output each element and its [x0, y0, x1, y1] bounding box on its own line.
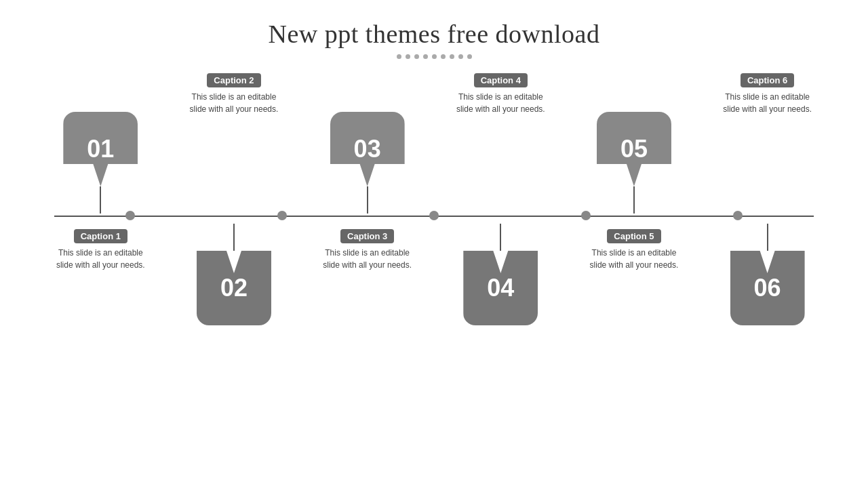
timeline-item-5: 05 — [576, 112, 692, 214]
dot-4 — [423, 54, 428, 59]
connector-4 — [500, 224, 501, 251]
dot-5 — [432, 54, 437, 59]
dot-2 — [406, 54, 410, 59]
caption-label-1: Caption 1 — [74, 229, 127, 243]
shape-3: 03 — [330, 112, 405, 186]
timeline-item-2-below: Caption 2 This slide is an editable slid… — [176, 224, 292, 325]
number-2: 02 — [220, 274, 248, 302]
dot-9 — [467, 54, 472, 59]
timeline-item-5-below: Caption 5 This slide is an editable slid… — [576, 224, 692, 271]
item-6-above-caption: Caption 6 This slide is an editable slid… — [710, 68, 825, 115]
caption-text-1: This slide is an editable slide with all… — [50, 247, 151, 271]
timeline-item-4-below: Caption 4 This slide is an editable slid… — [443, 224, 558, 325]
connector-1 — [100, 186, 101, 214]
shape-4: 04 — [463, 251, 538, 325]
caption-label-3: Caption 3 — [340, 229, 394, 243]
below-row: Caption 1 This slide is an editable slid… — [34, 224, 834, 400]
number-4: 04 — [487, 274, 514, 302]
above-captions-row: Caption 2 This slide is an editable slid… — [34, 68, 834, 115]
timeline-item-3: 03 — [310, 112, 425, 214]
caption-text-6-above: This slide is an editable slide with all… — [717, 91, 818, 115]
slide-title: New ppt themes free download — [269, 19, 600, 49]
timeline-container: 01 03 — [34, 68, 834, 420]
caption-text-5: This slide is an editable slide with all… — [583, 247, 685, 271]
shape-1: 01 — [63, 112, 138, 186]
number-3: 03 — [354, 135, 381, 163]
item-4-above-caption: Caption 4 This slide is an editable slid… — [443, 68, 558, 115]
caption-text-4-above: This slide is an editable slide with all… — [450, 91, 551, 115]
caption-label-6-above: Caption 6 — [741, 73, 794, 87]
number-6: 06 — [754, 274, 781, 302]
connector-3 — [367, 186, 368, 214]
number-1: 01 — [87, 135, 114, 163]
number-5: 05 — [620, 135, 648, 163]
connector-5 — [633, 186, 635, 214]
connector-2 — [233, 224, 235, 251]
shape-5: 05 — [597, 112, 671, 186]
timeline-item-1-below: Caption 1 This slide is an editable slid… — [43, 224, 158, 271]
timeline-item-3-below: Caption 3 This slide is an editable slid… — [310, 224, 425, 271]
caption-text-2-above: This slide is an editable slide with all… — [183, 91, 285, 115]
caption-label-2-above: Caption 2 — [207, 73, 260, 87]
timeline-item-6-below: Caption 6 This slide is an editable slid… — [710, 224, 825, 325]
item-2-above-caption: Caption 2 This slide is an editable slid… — [176, 68, 292, 115]
dot-8 — [458, 54, 463, 59]
caption-label-5: Caption 5 — [607, 229, 660, 243]
timeline-item-1: 01 — [43, 112, 158, 214]
dot-3 — [414, 54, 419, 59]
connector-6 — [767, 224, 768, 251]
shape-6: 06 — [730, 251, 805, 325]
dot-6 — [441, 54, 446, 59]
slide: New ppt themes free download 01 — [0, 0, 868, 488]
caption-text-3: This slide is an editable slide with all… — [317, 247, 418, 271]
dots-row — [397, 54, 472, 59]
dot-7 — [450, 54, 454, 59]
caption-label-4-above: Caption 4 — [474, 73, 528, 87]
dot-1 — [397, 54, 401, 59]
shape-2: 02 — [197, 251, 271, 325]
